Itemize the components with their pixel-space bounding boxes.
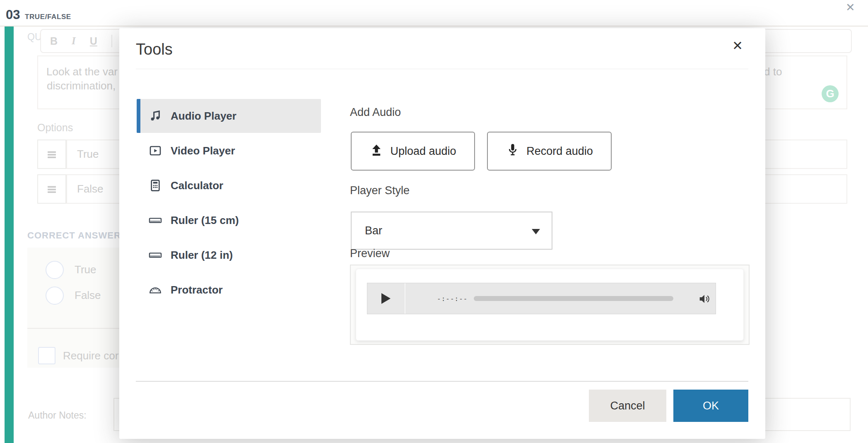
tools-sidebar: Audio Player Video Player Calculator Rul… (137, 99, 321, 308)
audio-player-bar: -:--:-- (367, 283, 716, 314)
radio-false (46, 287, 64, 305)
require-checkbox (38, 347, 55, 364)
sidebar-item-ruler-12in[interactable]: Ruler (12 in) (137, 238, 321, 272)
player-style-value: Bar (365, 224, 382, 237)
sidebar-item-protractor[interactable]: Protractor (137, 273, 321, 307)
radio-true-label: True (75, 263, 96, 276)
player-style-select[interactable]: Bar (351, 212, 552, 250)
play-icon (381, 293, 391, 304)
underline-button: U (90, 35, 97, 47)
italic-button: I (72, 35, 76, 47)
drag-handle (37, 140, 66, 169)
dialog-header-divider (136, 69, 748, 69)
question-number: 03 (6, 7, 20, 22)
author-notes-label: Author Notes: (28, 410, 87, 421)
drag-handle (37, 174, 66, 204)
record-audio-button[interactable]: Record audio (487, 132, 612, 171)
screen-close-icon[interactable]: ✕ (846, 1, 855, 14)
hamburger-icon (45, 147, 59, 161)
sidebar-item-label: Protractor (171, 284, 223, 296)
seek-bar[interactable] (474, 296, 673, 301)
player-style-heading: Player Style (350, 184, 410, 197)
record-audio-label: Record audio (526, 145, 593, 158)
question-text-line2: discrimination, (47, 79, 116, 92)
preview-heading: Preview (350, 247, 390, 260)
dialog-title: Tools (136, 41, 173, 58)
sidebar-item-label: Ruler (15 cm) (171, 214, 239, 227)
bold-button: B (50, 35, 58, 47)
sidebar-item-label: Ruler (12 in) (171, 249, 233, 262)
section-divider (27, 328, 119, 329)
upload-audio-button[interactable]: Upload audio (351, 132, 475, 171)
screen: 03 TRUE/FALSE ✕ QU B I U A Look at the v… (0, 0, 868, 443)
sidebar-item-label: Audio Player (171, 110, 236, 123)
ruler-icon (148, 248, 162, 262)
calculator-icon (148, 178, 162, 193)
play-button[interactable] (367, 283, 405, 314)
protractor-icon (148, 283, 162, 297)
ruler-icon (148, 213, 162, 227)
sidebar-item-audio-player[interactable]: Audio Player (137, 99, 321, 133)
selected-indicator-bar (137, 99, 140, 133)
question-type-label: TRUE/FALSE (25, 13, 71, 21)
upload-audio-label: Upload audio (390, 145, 456, 158)
question-text-right-fragment: d to (764, 65, 782, 78)
volume-icon[interactable] (697, 292, 711, 306)
question-section-label: QU (27, 31, 42, 43)
require-checkbox-label: Require cor (63, 349, 118, 362)
ok-button[interactable]: OK (673, 390, 748, 422)
microphone-icon (506, 143, 520, 160)
sidebar-item-video-player[interactable]: Video Player (137, 134, 321, 168)
cancel-button[interactable]: Cancel (589, 390, 666, 422)
preview-container: -:--:-- (350, 265, 750, 345)
preview-card: -:--:-- (356, 269, 744, 341)
video-player-icon (148, 144, 162, 158)
chevron-down-icon (532, 229, 540, 234)
sidebar-item-ruler-15cm[interactable]: Ruler (15 cm) (137, 203, 321, 237)
question-accent-bar (5, 26, 14, 443)
dialog-footer-divider (136, 381, 748, 382)
radio-true (46, 261, 64, 279)
sidebar-item-label: Video Player (171, 144, 235, 157)
tools-dialog: Tools ✕ Audio Player Video Player (119, 28, 765, 439)
sidebar-item-label: Calculator (171, 179, 223, 192)
question-text-line1: Look at the var (46, 65, 118, 78)
toolbar-separator (111, 35, 112, 47)
add-audio-heading: Add Audio (350, 106, 401, 119)
options-label: Options (37, 122, 73, 134)
header-divider (0, 26, 868, 26)
grammarly-icon: G (822, 85, 839, 102)
upload-icon (369, 143, 383, 160)
sidebar-item-calculator[interactable]: Calculator (137, 169, 321, 202)
hamburger-icon (45, 182, 59, 196)
dialog-close-icon[interactable]: ✕ (732, 38, 743, 53)
radio-false-label: False (75, 289, 101, 302)
correct-answer-label: CORRECT ANSWER (27, 230, 121, 241)
time-display: -:--:-- (437, 283, 468, 314)
music-note-icon (148, 109, 162, 123)
